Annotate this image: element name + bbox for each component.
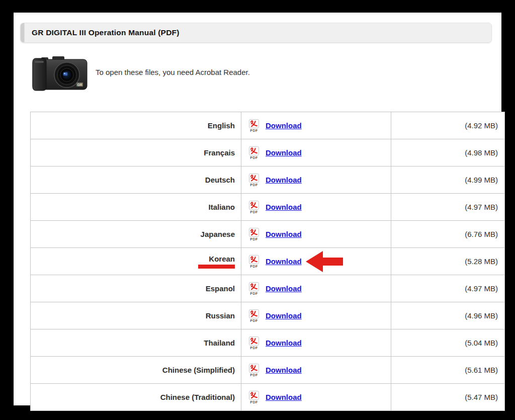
language-label: Italiano (208, 203, 235, 211)
table-row: Espanol PDF Download (31, 275, 505, 302)
pdf-file-icon[interactable]: PDF (248, 337, 260, 350)
download-link[interactable]: Download (266, 257, 302, 266)
pdf-file-icon[interactable]: PDF (248, 146, 260, 159)
file-size: (4.98 MB) (391, 139, 505, 166)
language-label: Espanol (206, 284, 235, 293)
table-row: Russian PDF Download (31, 302, 505, 329)
pdf-icon-glyph (249, 255, 259, 264)
pdf-icon-glyph (249, 337, 259, 346)
download-link[interactable]: Download (266, 311, 302, 320)
pdf-file-icon[interactable]: PDF (248, 201, 260, 214)
pdf-file-icon[interactable]: PDF (248, 119, 260, 132)
pdf-icon-glyph (249, 228, 259, 237)
pdf-file-icon[interactable]: PDF (248, 282, 260, 295)
page-panel: GR DIGITAL III Operation Manual (PDF) (14, 13, 501, 405)
table-row: Italiano PDF Download (31, 194, 505, 221)
pdf-icon-label: PDF (250, 346, 258, 350)
table-row: English PDF Download (31, 112, 505, 139)
pdf-file-icon[interactable]: PDF (248, 174, 260, 187)
language-label: Thailand (204, 339, 235, 347)
page-title: GR DIGITAL III Operation Manual (PDF) (32, 28, 180, 37)
pdf-file-icon[interactable]: PDF (248, 309, 260, 322)
svg-text:GR: GR (77, 83, 82, 87)
table-row: Chinese (Traditional) PDF Download (31, 384, 505, 411)
table-row: Français PDF Download (31, 139, 505, 166)
language-label: English (208, 121, 235, 130)
file-size: (5.28 MB) (391, 248, 505, 275)
pdf-icon-glyph (249, 364, 259, 373)
file-size: (4.96 MB) (391, 302, 505, 329)
download-link[interactable]: Download (266, 121, 302, 130)
file-size: (4.92 MB) (391, 112, 505, 139)
language-label: Chinese (Simplified) (162, 366, 235, 374)
pdf-icon-label: PDF (250, 156, 258, 159)
file-size: (5.61 MB) (391, 357, 505, 384)
language-label: Deutsch (205, 176, 235, 184)
table-row: Korean PDF Download (31, 248, 505, 275)
pdf-icon-label: PDF (250, 237, 258, 241)
language-label: Korean (209, 255, 235, 263)
korean-highlight-underline (198, 265, 235, 269)
pdf-icon-glyph (249, 309, 259, 318)
pdf-icon-label: PDF (250, 373, 258, 377)
pdf-icon-label: PDF (250, 319, 258, 322)
downloads-table: English PDF Download (30, 112, 505, 411)
language-label: Chinese (Traditional) (160, 393, 235, 401)
pdf-file-icon[interactable]: PDF (248, 255, 260, 268)
file-size: (4.99 MB) (391, 166, 505, 194)
pdf-icon-label: PDF (250, 292, 258, 295)
pdf-icon-label: PDF (250, 400, 258, 404)
pdf-icon-glyph (249, 391, 259, 400)
download-link[interactable]: Download (266, 203, 302, 211)
pdf-icon-glyph (249, 201, 259, 210)
pdf-file-icon[interactable]: PDF (248, 391, 260, 404)
table-row: Deutsch PDF Download (31, 166, 505, 194)
language-label: Russian (206, 311, 235, 320)
intro-text: To open these files, you need Acrobat Re… (96, 68, 250, 76)
pdf-icon-glyph (249, 282, 259, 291)
pdf-icon-label: PDF (250, 210, 258, 214)
pdf-icon-label: PDF (250, 183, 258, 187)
download-link[interactable]: Download (266, 393, 302, 401)
file-size: (5.04 MB) (391, 329, 505, 357)
pdf-icon-glyph (249, 174, 259, 183)
download-link[interactable]: Download (266, 176, 302, 184)
file-size: (6.76 MB) (391, 221, 505, 248)
download-link[interactable]: Download (266, 230, 302, 238)
table-row: Japanese PDF Download (31, 221, 505, 248)
camera-image: GR (32, 56, 88, 93)
language-label: Japanese (201, 230, 235, 238)
download-link[interactable]: Download (266, 366, 302, 374)
pdf-icon-glyph (249, 146, 259, 155)
pdf-file-icon[interactable]: PDF (248, 228, 260, 241)
file-size: (5.47 MB) (391, 384, 505, 411)
downloads-table-body: English PDF Download (31, 112, 505, 411)
download-link[interactable]: Download (266, 284, 302, 293)
pdf-file-icon[interactable]: PDF (248, 364, 260, 377)
table-row: Chinese (Simplified) PDF Download (31, 357, 505, 384)
file-size: (4.97 MB) (391, 275, 505, 302)
file-size: (4.97 MB) (391, 194, 505, 221)
download-link[interactable]: Download (266, 148, 302, 157)
language-label: Français (204, 148, 235, 157)
pdf-icon-label: PDF (250, 265, 258, 268)
korean-pointer-arrow (306, 251, 343, 272)
page-title-bar: GR DIGITAL III Operation Manual (PDF) (20, 23, 492, 43)
pdf-icon-label: PDF (250, 129, 258, 132)
download-link[interactable]: Download (266, 339, 302, 347)
table-row: Thailand PDF Download (31, 329, 505, 357)
pdf-icon-glyph (249, 119, 259, 128)
